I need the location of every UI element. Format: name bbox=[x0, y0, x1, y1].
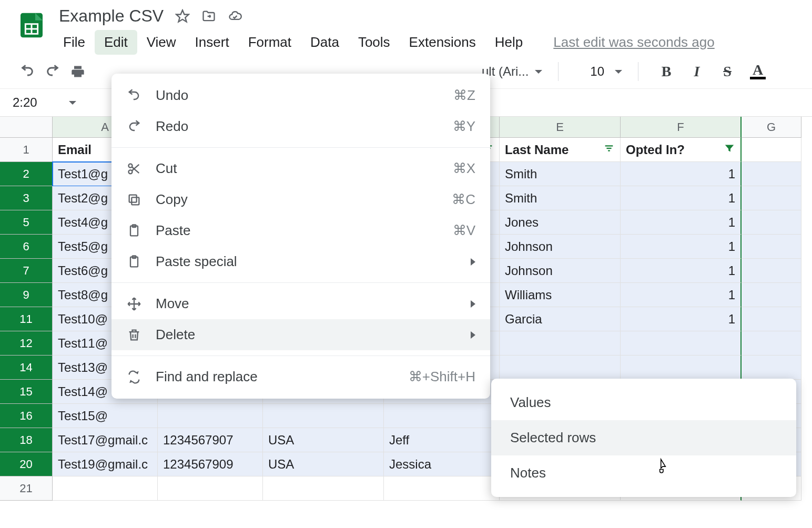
menu-item-find-replace[interactable]: Find and replace ⌘+Shift+H bbox=[111, 361, 490, 392]
cell-D20[interactable]: Jessica bbox=[384, 452, 500, 476]
cell-E11[interactable]: Garcia bbox=[500, 307, 621, 331]
row-header-6[interactable]: 6 bbox=[0, 235, 53, 259]
cell-F9[interactable]: 1 bbox=[621, 283, 742, 307]
row-header-3[interactable]: 3 bbox=[0, 186, 53, 210]
cell-F7[interactable]: 1 bbox=[621, 259, 742, 283]
row-header-14[interactable]: 14 bbox=[0, 356, 53, 380]
strikethrough-icon[interactable]: S bbox=[719, 64, 735, 79]
cell-F3[interactable]: 1 bbox=[621, 186, 742, 210]
cell-A16[interactable]: Test15@ bbox=[53, 404, 158, 428]
submenu-selected-rows[interactable]: Selected rows bbox=[491, 420, 796, 455]
cell-F5[interactable]: 1 bbox=[621, 210, 742, 235]
menu-format[interactable]: Format bbox=[239, 30, 301, 55]
document-title[interactable]: Example CSV bbox=[59, 6, 164, 26]
cell-E12[interactable] bbox=[500, 331, 621, 356]
filter-active-icon[interactable] bbox=[724, 143, 735, 157]
undo-icon[interactable] bbox=[19, 63, 36, 80]
name-box[interactable]: 2:20 bbox=[7, 93, 82, 112]
select-all-corner[interactable] bbox=[0, 117, 53, 138]
cell-G3[interactable] bbox=[742, 186, 801, 210]
menu-item-redo[interactable]: Redo ⌘Y bbox=[111, 111, 490, 142]
cell-E5[interactable]: Jones bbox=[500, 210, 621, 235]
cell-E1[interactable]: Last Name bbox=[500, 138, 621, 162]
cell-A21[interactable] bbox=[53, 476, 158, 501]
cell-B18[interactable]: 1234567907 bbox=[158, 428, 263, 452]
cloud-status-icon[interactable] bbox=[228, 9, 242, 24]
menu-item-undo[interactable]: Undo ⌘Z bbox=[111, 80, 490, 111]
row-header-18[interactable]: 18 bbox=[0, 428, 53, 452]
menu-insert[interactable]: Insert bbox=[186, 30, 239, 55]
cell-F1[interactable]: Opted In? bbox=[621, 138, 742, 162]
cell-C16[interactable] bbox=[263, 404, 384, 428]
cell-F12[interactable] bbox=[621, 331, 742, 356]
sheets-logo-icon[interactable] bbox=[17, 11, 46, 40]
row-header-7[interactable]: 7 bbox=[0, 259, 53, 283]
col-header-G[interactable]: G bbox=[742, 117, 801, 138]
row-header-16[interactable]: 16 bbox=[0, 404, 53, 428]
cell-E6[interactable]: Johnson bbox=[500, 235, 621, 259]
menu-item-delete[interactable]: Delete bbox=[111, 319, 490, 350]
row-header-5[interactable]: 5 bbox=[0, 210, 53, 235]
menu-extensions[interactable]: Extensions bbox=[400, 30, 485, 55]
cell-E7[interactable]: Johnson bbox=[500, 259, 621, 283]
cell-C21[interactable] bbox=[263, 476, 384, 501]
row-header-2[interactable]: 2 bbox=[0, 162, 53, 186]
cell-E14[interactable] bbox=[500, 356, 621, 380]
cell-F6[interactable]: 1 bbox=[621, 235, 742, 259]
text-color-icon[interactable]: A bbox=[750, 64, 766, 79]
menu-edit[interactable]: Edit bbox=[95, 30, 137, 55]
cell-F14[interactable] bbox=[621, 356, 742, 380]
col-header-F[interactable]: F bbox=[621, 117, 742, 138]
cell-B21[interactable] bbox=[158, 476, 263, 501]
col-header-E[interactable]: E bbox=[500, 117, 621, 138]
cell-C18[interactable]: USA bbox=[263, 428, 384, 452]
filter-icon[interactable] bbox=[603, 143, 615, 157]
star-icon[interactable] bbox=[175, 9, 190, 24]
menu-data[interactable]: Data bbox=[301, 30, 349, 55]
menu-file[interactable]: File bbox=[54, 30, 95, 55]
cell-G6[interactable] bbox=[742, 235, 801, 259]
cell-D16[interactable] bbox=[384, 404, 500, 428]
move-folder-icon[interactable] bbox=[201, 9, 216, 24]
menu-item-move[interactable]: Move bbox=[111, 288, 490, 319]
font-family-select[interactable]: ult (Ari... bbox=[482, 64, 542, 79]
last-edit-link[interactable]: Last edit was seconds ago bbox=[553, 34, 714, 50]
font-size-select[interactable]: 10 bbox=[590, 64, 622, 79]
row-header-9[interactable]: 9 bbox=[0, 283, 53, 307]
cell-D18[interactable]: Jeff bbox=[384, 428, 500, 452]
cell-E3[interactable]: Smith bbox=[500, 186, 621, 210]
menu-help[interactable]: Help bbox=[485, 30, 532, 55]
cell-F2[interactable]: 1 bbox=[621, 162, 742, 186]
cell-G5[interactable] bbox=[742, 210, 801, 235]
cell-D21[interactable] bbox=[384, 476, 500, 501]
menu-item-cut[interactable]: Cut ⌘X bbox=[111, 153, 490, 184]
bold-icon[interactable]: B bbox=[658, 64, 674, 79]
cell-G7[interactable] bbox=[742, 259, 801, 283]
cell-C20[interactable]: USA bbox=[263, 452, 384, 476]
cell-G2[interactable] bbox=[742, 162, 801, 186]
italic-icon[interactable]: I bbox=[689, 64, 705, 79]
cell-G9[interactable] bbox=[742, 283, 801, 307]
cell-B16[interactable] bbox=[158, 404, 263, 428]
menu-tools[interactable]: Tools bbox=[349, 30, 400, 55]
cell-G1[interactable] bbox=[742, 138, 801, 162]
cell-A18[interactable]: Test17@gmail.c bbox=[53, 428, 158, 452]
row-header-20[interactable]: 20 bbox=[0, 452, 53, 476]
menu-item-copy[interactable]: Copy ⌘C bbox=[111, 184, 490, 215]
redo-icon[interactable] bbox=[44, 63, 61, 80]
row-header-11[interactable]: 11 bbox=[0, 307, 53, 331]
cell-G14[interactable] bbox=[742, 356, 801, 380]
cell-A20[interactable]: Test19@gmail.c bbox=[53, 452, 158, 476]
menu-item-paste[interactable]: Paste ⌘V bbox=[111, 215, 490, 246]
menu-view[interactable]: View bbox=[137, 30, 186, 55]
cell-E9[interactable]: Williams bbox=[500, 283, 621, 307]
cell-E2[interactable]: Smith bbox=[500, 162, 621, 186]
submenu-values[interactable]: Values bbox=[491, 385, 796, 420]
cell-B20[interactable]: 1234567909 bbox=[158, 452, 263, 476]
row-header-12[interactable]: 12 bbox=[0, 331, 53, 356]
cell-G12[interactable] bbox=[742, 331, 801, 356]
print-icon[interactable] bbox=[69, 63, 86, 80]
cell-G11[interactable] bbox=[742, 307, 801, 331]
menu-item-paste-special[interactable]: Paste special bbox=[111, 246, 490, 277]
row-header-1[interactable]: 1 bbox=[0, 138, 53, 162]
